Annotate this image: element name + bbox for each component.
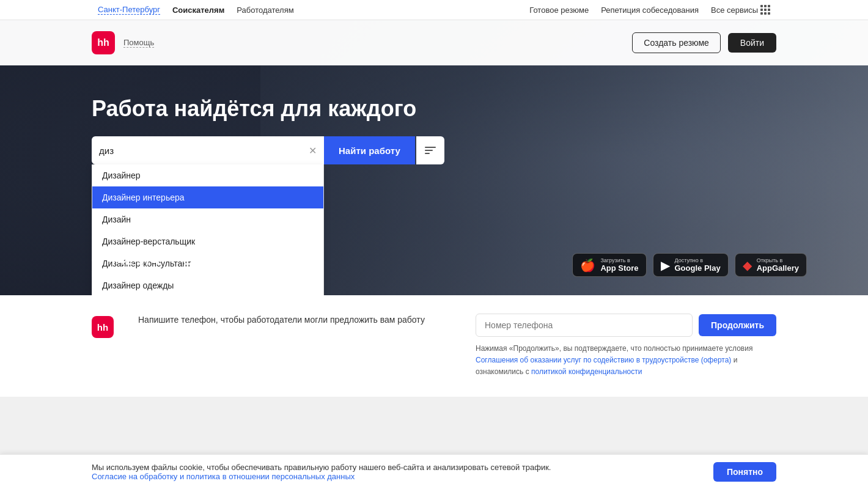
- dropdown-item-0[interactable]: Дизайнер: [92, 164, 323, 186]
- phone-input-wrap: Продолжить: [476, 314, 776, 337]
- phone-input[interactable]: [476, 314, 693, 337]
- create-resume-button[interactable]: Создать резюме: [632, 32, 721, 53]
- dropdown-item-5[interactable]: Дизайнер одежды: [92, 274, 323, 295]
- googleplay-main-text: Google Play: [675, 263, 721, 273]
- huawei-icon: ◆: [743, 258, 752, 273]
- appgallery-main-text: AppGallery: [757, 263, 799, 273]
- appgallery-badge[interactable]: ◆ Открыть в AppGallery: [735, 253, 807, 277]
- hero-stats: 67 742 574 резюме 1 вак...: [92, 252, 200, 277]
- hh-logo[interactable]: hh: [92, 31, 115, 54]
- stat-resumes-number: 67 742 574: [92, 252, 159, 268]
- nav-interview-practice[interactable]: Репетиция собеседования: [601, 6, 699, 15]
- stat-resumes-label: резюме: [92, 268, 159, 277]
- privacy-link[interactable]: политикой конфиденциальности: [531, 367, 642, 376]
- search-clear-icon[interactable]: ✕: [309, 145, 317, 156]
- hero-title: Работа найдётся для каждого: [92, 96, 868, 122]
- google-icon: ▶: [661, 258, 670, 273]
- cookie-banner: Мы используем файлы cookie, чтобы обеспе…: [0, 454, 868, 489]
- stat-vacancies: 1 вак...: [183, 252, 200, 277]
- appstore-top-text: Загрузить в: [600, 257, 638, 263]
- city-selector[interactable]: Санкт-Петербург: [98, 5, 160, 15]
- dropdown-item-3[interactable]: Дизайнер-верстальщик: [92, 230, 323, 252]
- section-right: Продолжить Нажимая «Продолжить», вы подт…: [476, 314, 776, 378]
- stat-resumes: 67 742 574 резюме: [92, 252, 159, 277]
- stat-vacancies-number: 1: [183, 252, 200, 268]
- search-wrapper: ✕ Найти работу Дизайнер Дизайнер интерье…: [92, 136, 868, 164]
- appstore-badge[interactable]: 🍎 Загрузить в App Store: [572, 253, 646, 277]
- search-input[interactable]: [99, 145, 309, 156]
- nav-jobseekers[interactable]: Соискателям: [172, 6, 224, 15]
- googleplay-badge[interactable]: ▶ Доступно в Google Play: [653, 253, 729, 277]
- appgallery-top-text: Открыть в: [757, 257, 799, 263]
- filter-button[interactable]: [416, 136, 444, 164]
- nav-ready-resume[interactable]: Готовое резюме: [529, 6, 589, 15]
- search-box: ✕: [92, 136, 324, 164]
- hero-content: Работа найдётся для каждого ✕ Найти рабо…: [0, 65, 868, 164]
- help-link[interactable]: Помощь: [123, 38, 154, 48]
- hh-logo-small: hh: [92, 316, 114, 338]
- section-content: Напишите телефон, чтобы работодатели мог…: [138, 314, 776, 378]
- app-badges: 🍎 Загрузить в App Store ▶ Доступно в Goo…: [572, 253, 807, 277]
- offer-link[interactable]: Соглашения об оказании услуг по содейств…: [476, 356, 731, 364]
- login-button[interactable]: Войти: [728, 33, 776, 53]
- grid-icon: [760, 5, 770, 15]
- phone-section: hh Напишите телефон, чтобы работодатели …: [0, 295, 868, 397]
- continue-button[interactable]: Продолжить: [699, 314, 776, 336]
- nav-employers[interactable]: Работодателям: [237, 6, 293, 15]
- dropdown-item-2[interactable]: Дизайн: [92, 208, 323, 230]
- cookie-policy-link[interactable]: Согласие на обработку и политика в отнош…: [92, 472, 355, 481]
- hero-section: hh Помощь Создать резюме Войти Работа на…: [0, 20, 868, 295]
- googleplay-top-text: Доступно в: [675, 257, 721, 263]
- nav-all-services[interactable]: Все сервисы: [711, 5, 770, 15]
- dropdown-item-1[interactable]: Дизайнер интерьера: [92, 186, 323, 208]
- search-button[interactable]: Найти работу: [324, 136, 415, 164]
- site-header: hh Помощь Создать резюме Войти: [0, 20, 868, 65]
- top-navigation: Санкт-Петербург Соискателям Работодателя…: [0, 0, 868, 20]
- cookie-text: Мы используем файлы cookie, чтобы обеспе…: [92, 463, 701, 481]
- appstore-main-text: App Store: [600, 263, 638, 273]
- section-left: Напишите телефон, чтобы работодатели мог…: [138, 314, 439, 326]
- phone-prompt-text: Напишите телефон, чтобы работодатели мог…: [138, 314, 439, 326]
- apple-icon: 🍎: [580, 258, 595, 273]
- disclaimer-text: Нажимая «Продолжить», вы подтверждаете, …: [476, 343, 776, 378]
- cookie-ok-button[interactable]: Понятно: [713, 462, 776, 482]
- stat-vacancies-label: вак...: [183, 268, 200, 277]
- filter-icon: [425, 147, 436, 154]
